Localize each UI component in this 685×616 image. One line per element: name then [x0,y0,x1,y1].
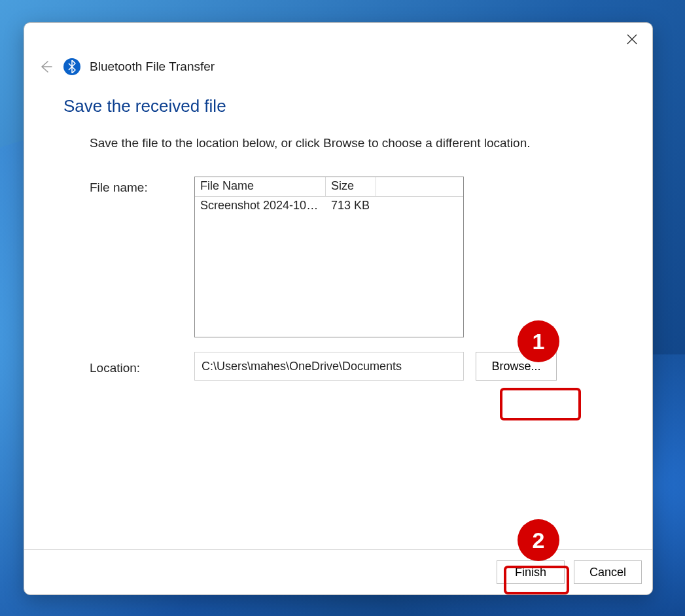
close-icon [627,34,637,44]
bluetooth-icon [63,58,80,75]
cancel-button[interactable]: Cancel [574,560,642,584]
table-row[interactable]: Screenshot 2024-10-1... 713 KB [195,197,463,216]
arrow-left-icon [39,60,53,74]
file-list-table[interactable]: File Name Size Screenshot 2024-10-1... 7… [194,177,464,337]
column-size[interactable]: Size [326,177,376,197]
close-button[interactable] [624,31,641,48]
location-input[interactable] [194,352,464,381]
column-extra [376,177,463,197]
dialog-footer: Finish Cancel [24,549,652,594]
instruction-text: Save the file to the location below, or … [90,136,613,150]
back-button [37,58,54,75]
bluetooth-transfer-dialog: Bluetooth File Transfer Save the receive… [24,22,653,595]
location-label: Location: [90,357,194,375]
filename-label: File name: [90,177,194,195]
finish-button[interactable]: Finish [497,560,565,584]
table-header: File Name Size [195,177,463,197]
page-heading: Save the received file [63,96,613,116]
wizard-title: Bluetooth File Transfer [90,60,215,74]
cell-file-size: 713 KB [326,197,411,216]
column-file-name[interactable]: File Name [195,177,326,197]
browse-button[interactable]: Browse... [476,352,557,381]
cell-file-name: Screenshot 2024-10-1... [195,197,326,216]
